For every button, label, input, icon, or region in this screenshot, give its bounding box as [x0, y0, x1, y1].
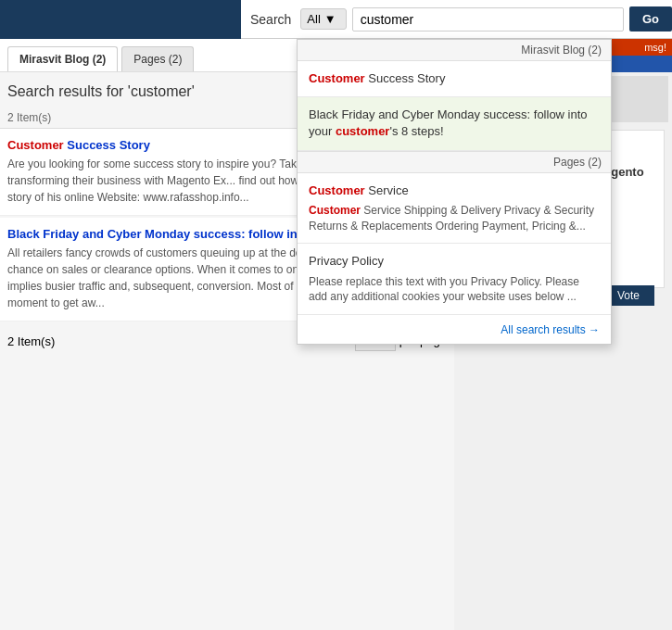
page2-sub-text: Please replace this text with you Privac… — [309, 274, 600, 306]
all-search-results-footer: All search results → — [298, 315, 611, 344]
result-1-title[interactable]: Customer Success Story — [7, 138, 150, 152]
search-type-dropdown[interactable]: All ▼ — [300, 8, 346, 30]
page1-sub-keyword: Customer — [309, 204, 361, 217]
blog-section-header: Mirasvit Blog (2) — [298, 40, 611, 61]
suggestion-suffix: Success Story — [365, 71, 446, 85]
all-search-results-link[interactable]: All search results → — [501, 323, 600, 336]
suggestion-blog-2[interactable]: Black Friday and Cyber Monday success: f… — [298, 97, 611, 150]
tab-pages-label: Pages — [133, 53, 168, 66]
search-label: Search — [241, 12, 300, 27]
result-1-keyword: Customer — [7, 138, 64, 152]
footer-item-count: 2 Item(s) — [7, 334, 55, 348]
search-input[interactable] — [352, 7, 624, 32]
dropdown-value: All — [307, 12, 320, 26]
notification-text: msg! — [644, 42, 666, 53]
tab-blog-count: (2) — [93, 53, 107, 66]
suggestion-page-1[interactable]: Customer Service Customer Service Shippi… — [298, 173, 611, 245]
suggestions-dropdown: Mirasvit Blog (2) Customer Success Story… — [297, 39, 612, 345]
tab-pages[interactable]: Pages (2) — [121, 46, 194, 71]
suggestion-blog-1[interactable]: Customer Success Story — [298, 61, 611, 97]
go-button[interactable]: Go — [629, 6, 672, 32]
pages-section-header: Pages (2) — [298, 151, 611, 173]
page1-suffix: Service — [365, 183, 409, 197]
chevron-down-icon: ▼ — [324, 12, 336, 26]
page2-title: Privacy Policy — [309, 254, 384, 268]
suggestion-page-2[interactable]: Privacy Policy Please replace this text … — [298, 244, 611, 315]
tab-mirasvit-blog[interactable]: Mirasvit Blog (2) — [7, 46, 118, 71]
tab-blog-label: Mirasvit Blog — [19, 53, 93, 66]
suggestion-suffix-2: 's 8 steps! — [389, 124, 443, 138]
tab-pages-count: (2) — [169, 53, 183, 66]
page1-keyword: Customer — [309, 183, 365, 197]
result-1-suffix: Success Story — [64, 138, 150, 152]
search-bar: Search All ▼ Go — [241, 0, 672, 39]
suggestion-keyword-2: customer — [336, 124, 390, 138]
result-2-title-text: Black Friday and Cyber Monday success: f… — [7, 227, 309, 241]
suggestion-keyword: Customer — [309, 71, 365, 85]
